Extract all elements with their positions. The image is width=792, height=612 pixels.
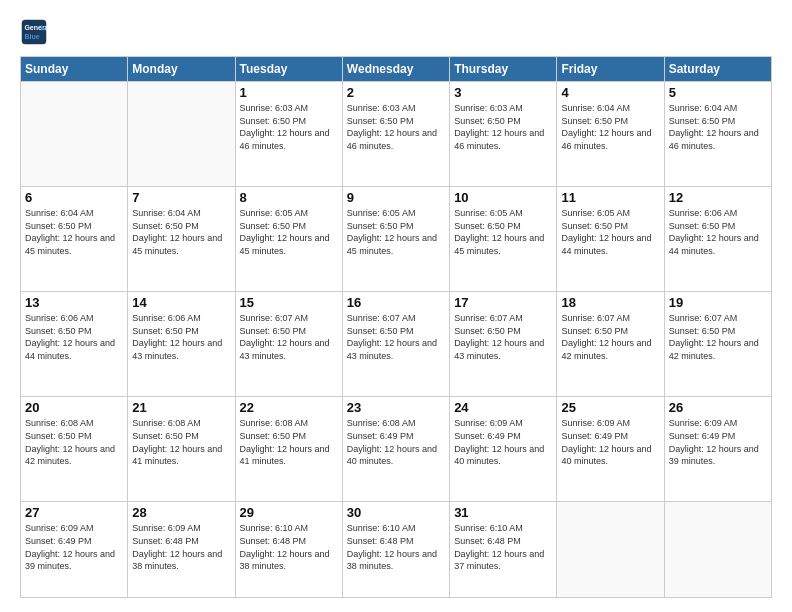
day-info: Sunrise: 6:06 AM Sunset: 6:50 PM Dayligh… (669, 207, 767, 257)
day-number: 20 (25, 400, 123, 415)
day-number: 23 (347, 400, 445, 415)
weekday-row: SundayMondayTuesdayWednesdayThursdayFrid… (21, 57, 772, 82)
day-number: 17 (454, 295, 552, 310)
day-info: Sunrise: 6:07 AM Sunset: 6:50 PM Dayligh… (669, 312, 767, 362)
weekday-header: Sunday (21, 57, 128, 82)
day-info: Sunrise: 6:10 AM Sunset: 6:48 PM Dayligh… (454, 522, 552, 572)
calendar-cell: 18Sunrise: 6:07 AM Sunset: 6:50 PM Dayli… (557, 292, 664, 397)
calendar-cell: 15Sunrise: 6:07 AM Sunset: 6:50 PM Dayli… (235, 292, 342, 397)
day-number: 3 (454, 85, 552, 100)
calendar-cell: 26Sunrise: 6:09 AM Sunset: 6:49 PM Dayli… (664, 397, 771, 502)
day-number: 11 (561, 190, 659, 205)
day-info: Sunrise: 6:09 AM Sunset: 6:48 PM Dayligh… (132, 522, 230, 572)
day-info: Sunrise: 6:10 AM Sunset: 6:48 PM Dayligh… (347, 522, 445, 572)
calendar-cell: 20Sunrise: 6:08 AM Sunset: 6:50 PM Dayli… (21, 397, 128, 502)
day-number: 26 (669, 400, 767, 415)
calendar-cell: 23Sunrise: 6:08 AM Sunset: 6:49 PM Dayli… (342, 397, 449, 502)
day-info: Sunrise: 6:07 AM Sunset: 6:50 PM Dayligh… (561, 312, 659, 362)
day-number: 2 (347, 85, 445, 100)
day-number: 1 (240, 85, 338, 100)
calendar-cell: 29Sunrise: 6:10 AM Sunset: 6:48 PM Dayli… (235, 502, 342, 598)
day-number: 9 (347, 190, 445, 205)
day-info: Sunrise: 6:08 AM Sunset: 6:49 PM Dayligh… (347, 417, 445, 467)
calendar-cell (128, 82, 235, 187)
calendar-cell: 16Sunrise: 6:07 AM Sunset: 6:50 PM Dayli… (342, 292, 449, 397)
calendar-cell: 6Sunrise: 6:04 AM Sunset: 6:50 PM Daylig… (21, 187, 128, 292)
day-info: Sunrise: 6:03 AM Sunset: 6:50 PM Dayligh… (347, 102, 445, 152)
day-number: 19 (669, 295, 767, 310)
day-info: Sunrise: 6:06 AM Sunset: 6:50 PM Dayligh… (132, 312, 230, 362)
day-info: Sunrise: 6:09 AM Sunset: 6:49 PM Dayligh… (669, 417, 767, 467)
calendar-cell: 1Sunrise: 6:03 AM Sunset: 6:50 PM Daylig… (235, 82, 342, 187)
logo-icon: General Blue (20, 18, 48, 46)
day-number: 6 (25, 190, 123, 205)
svg-text:Blue: Blue (24, 33, 39, 40)
day-info: Sunrise: 6:05 AM Sunset: 6:50 PM Dayligh… (454, 207, 552, 257)
calendar-cell: 8Sunrise: 6:05 AM Sunset: 6:50 PM Daylig… (235, 187, 342, 292)
day-info: Sunrise: 6:05 AM Sunset: 6:50 PM Dayligh… (561, 207, 659, 257)
calendar-cell: 7Sunrise: 6:04 AM Sunset: 6:50 PM Daylig… (128, 187, 235, 292)
calendar-cell: 12Sunrise: 6:06 AM Sunset: 6:50 PM Dayli… (664, 187, 771, 292)
page: General Blue SundayMondayTuesdayWednesda… (0, 0, 792, 612)
weekday-header: Tuesday (235, 57, 342, 82)
calendar-week-row: 20Sunrise: 6:08 AM Sunset: 6:50 PM Dayli… (21, 397, 772, 502)
calendar-cell: 19Sunrise: 6:07 AM Sunset: 6:50 PM Dayli… (664, 292, 771, 397)
calendar-cell: 21Sunrise: 6:08 AM Sunset: 6:50 PM Dayli… (128, 397, 235, 502)
logo: General Blue (20, 18, 52, 46)
day-number: 27 (25, 505, 123, 520)
day-info: Sunrise: 6:09 AM Sunset: 6:49 PM Dayligh… (454, 417, 552, 467)
calendar-cell (664, 502, 771, 598)
day-number: 15 (240, 295, 338, 310)
day-info: Sunrise: 6:03 AM Sunset: 6:50 PM Dayligh… (454, 102, 552, 152)
day-info: Sunrise: 6:05 AM Sunset: 6:50 PM Dayligh… (347, 207, 445, 257)
day-number: 22 (240, 400, 338, 415)
day-info: Sunrise: 6:04 AM Sunset: 6:50 PM Dayligh… (669, 102, 767, 152)
day-info: Sunrise: 6:07 AM Sunset: 6:50 PM Dayligh… (454, 312, 552, 362)
day-info: Sunrise: 6:06 AM Sunset: 6:50 PM Dayligh… (25, 312, 123, 362)
calendar-week-row: 1Sunrise: 6:03 AM Sunset: 6:50 PM Daylig… (21, 82, 772, 187)
day-number: 30 (347, 505, 445, 520)
weekday-header: Friday (557, 57, 664, 82)
calendar-cell: 4Sunrise: 6:04 AM Sunset: 6:50 PM Daylig… (557, 82, 664, 187)
calendar-header: SundayMondayTuesdayWednesdayThursdayFrid… (21, 57, 772, 82)
day-number: 8 (240, 190, 338, 205)
day-info: Sunrise: 6:04 AM Sunset: 6:50 PM Dayligh… (132, 207, 230, 257)
day-number: 28 (132, 505, 230, 520)
calendar-cell: 2Sunrise: 6:03 AM Sunset: 6:50 PM Daylig… (342, 82, 449, 187)
day-number: 5 (669, 85, 767, 100)
day-info: Sunrise: 6:08 AM Sunset: 6:50 PM Dayligh… (132, 417, 230, 467)
day-info: Sunrise: 6:08 AM Sunset: 6:50 PM Dayligh… (240, 417, 338, 467)
day-info: Sunrise: 6:09 AM Sunset: 6:49 PM Dayligh… (561, 417, 659, 467)
day-number: 16 (347, 295, 445, 310)
calendar-cell: 22Sunrise: 6:08 AM Sunset: 6:50 PM Dayli… (235, 397, 342, 502)
day-number: 14 (132, 295, 230, 310)
calendar-cell: 30Sunrise: 6:10 AM Sunset: 6:48 PM Dayli… (342, 502, 449, 598)
day-number: 12 (669, 190, 767, 205)
day-info: Sunrise: 6:04 AM Sunset: 6:50 PM Dayligh… (561, 102, 659, 152)
day-number: 24 (454, 400, 552, 415)
calendar-cell: 11Sunrise: 6:05 AM Sunset: 6:50 PM Dayli… (557, 187, 664, 292)
calendar-cell: 24Sunrise: 6:09 AM Sunset: 6:49 PM Dayli… (450, 397, 557, 502)
calendar-cell: 5Sunrise: 6:04 AM Sunset: 6:50 PM Daylig… (664, 82, 771, 187)
calendar-cell: 13Sunrise: 6:06 AM Sunset: 6:50 PM Dayli… (21, 292, 128, 397)
calendar-week-row: 6Sunrise: 6:04 AM Sunset: 6:50 PM Daylig… (21, 187, 772, 292)
calendar-week-row: 27Sunrise: 6:09 AM Sunset: 6:49 PM Dayli… (21, 502, 772, 598)
calendar: SundayMondayTuesdayWednesdayThursdayFrid… (20, 56, 772, 598)
calendar-cell (21, 82, 128, 187)
calendar-cell: 9Sunrise: 6:05 AM Sunset: 6:50 PM Daylig… (342, 187, 449, 292)
day-number: 7 (132, 190, 230, 205)
header: General Blue (20, 18, 772, 46)
weekday-header: Monday (128, 57, 235, 82)
day-info: Sunrise: 6:08 AM Sunset: 6:50 PM Dayligh… (25, 417, 123, 467)
calendar-cell: 27Sunrise: 6:09 AM Sunset: 6:49 PM Dayli… (21, 502, 128, 598)
calendar-cell: 3Sunrise: 6:03 AM Sunset: 6:50 PM Daylig… (450, 82, 557, 187)
day-info: Sunrise: 6:09 AM Sunset: 6:49 PM Dayligh… (25, 522, 123, 572)
day-info: Sunrise: 6:03 AM Sunset: 6:50 PM Dayligh… (240, 102, 338, 152)
day-number: 21 (132, 400, 230, 415)
day-number: 31 (454, 505, 552, 520)
calendar-cell: 28Sunrise: 6:09 AM Sunset: 6:48 PM Dayli… (128, 502, 235, 598)
weekday-header: Saturday (664, 57, 771, 82)
calendar-cell: 25Sunrise: 6:09 AM Sunset: 6:49 PM Dayli… (557, 397, 664, 502)
calendar-week-row: 13Sunrise: 6:06 AM Sunset: 6:50 PM Dayli… (21, 292, 772, 397)
weekday-header: Wednesday (342, 57, 449, 82)
